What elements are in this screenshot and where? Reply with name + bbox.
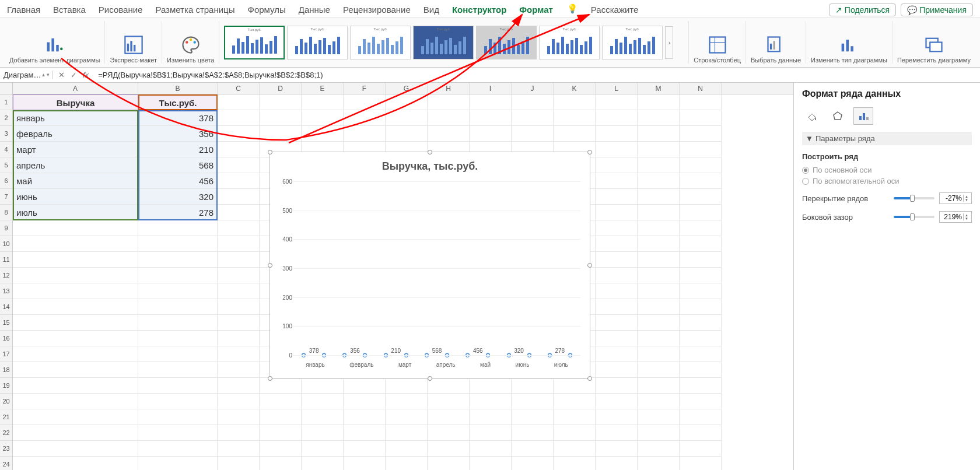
cell-I19[interactable] <box>470 378 512 394</box>
cell-H23[interactable] <box>428 441 470 457</box>
cell-M14[interactable] <box>638 299 680 315</box>
name-box[interactable]: Диаграм…▲▼ <box>0 71 52 79</box>
row-header-13[interactable]: 13 <box>0 283 13 299</box>
cell-N23[interactable] <box>680 441 722 457</box>
cell-A21[interactable] <box>13 409 138 425</box>
cell-B7[interactable]: 320 <box>138 189 218 205</box>
cell-D21[interactable] <box>260 409 302 425</box>
cell-L15[interactable] <box>596 315 638 331</box>
quick-layout-button[interactable]: Экспресс-макет <box>105 21 162 64</box>
series-params-panel-header[interactable]: ▼Параметры ряда <box>802 132 972 145</box>
cell-N7[interactable] <box>680 189 722 205</box>
cell-A14[interactable] <box>13 299 138 315</box>
cell-A22[interactable] <box>13 425 138 441</box>
chart-title[interactable]: Выручка, тыс.руб. <box>270 160 590 173</box>
cell-I23[interactable] <box>470 441 512 457</box>
cell-N3[interactable] <box>680 126 722 142</box>
cell-A13[interactable] <box>13 283 138 299</box>
cell-C14[interactable] <box>218 299 260 315</box>
cell-N12[interactable] <box>680 268 722 283</box>
menu-item-вставка[interactable]: Вставка <box>53 3 86 18</box>
cell-B2[interactable]: 378 <box>138 110 218 126</box>
chart-style-6[interactable]: Тыс.руб. <box>539 26 600 59</box>
column-header-K[interactable]: K <box>554 83 596 94</box>
cell-M2[interactable] <box>638 110 680 126</box>
cell-J3[interactable] <box>512 126 554 142</box>
row-header-16[interactable]: 16 <box>0 331 13 346</box>
cell-M17[interactable] <box>638 346 680 362</box>
row-header-15[interactable]: 15 <box>0 315 13 331</box>
column-header-C[interactable]: C <box>218 83 260 94</box>
cell-E2[interactable] <box>302 110 344 126</box>
column-header-F[interactable]: F <box>344 83 386 94</box>
cell-C20[interactable] <box>218 394 260 409</box>
cell-B11[interactable] <box>138 252 218 268</box>
cell-A8[interactable]: июль <box>13 205 138 220</box>
share-button[interactable]: ↗Поделиться <box>829 3 896 16</box>
row-header-12[interactable]: 12 <box>0 268 13 283</box>
column-header-I[interactable]: I <box>470 83 512 94</box>
add-chart-element-button[interactable]: Добавить элемент диаграммы <box>5 21 105 64</box>
cell-M16[interactable] <box>638 331 680 346</box>
cell-C24[interactable] <box>218 457 260 470</box>
cell-M22[interactable] <box>638 425 680 441</box>
cell-N9[interactable] <box>680 220 722 236</box>
cell-A5[interactable]: апрель <box>13 157 138 173</box>
cell-A18[interactable] <box>13 362 138 378</box>
column-header-J[interactable]: J <box>512 83 554 94</box>
cell-K20[interactable] <box>554 394 596 409</box>
cell-L24[interactable] <box>596 457 638 470</box>
cell-I2[interactable] <box>470 110 512 126</box>
cell-N2[interactable] <box>680 110 722 126</box>
cell-M19[interactable] <box>638 378 680 394</box>
cell-L13[interactable] <box>596 283 638 299</box>
menu-item-главная[interactable]: Главная <box>7 3 40 18</box>
cell-N21[interactable] <box>680 409 722 425</box>
cell-A19[interactable] <box>13 378 138 394</box>
cell-A23[interactable] <box>13 441 138 457</box>
cell-H21[interactable] <box>428 409 470 425</box>
cell-C12[interactable] <box>218 268 260 283</box>
menu-item-вид[interactable]: Вид <box>424 3 439 18</box>
fx-icon[interactable]: fx <box>83 71 89 79</box>
cell-I24[interactable] <box>470 457 512 470</box>
cell-A6[interactable]: май <box>13 173 138 189</box>
cell-M4[interactable] <box>638 142 680 157</box>
series-overlap-slider[interactable] <box>894 197 935 199</box>
menu-item-разметка страницы[interactable]: Разметка страницы <box>155 3 235 18</box>
cell-B17[interactable] <box>138 346 218 362</box>
cell-C16[interactable] <box>218 331 260 346</box>
cell-C15[interactable] <box>218 315 260 331</box>
cell-E23[interactable] <box>302 441 344 457</box>
cell-J19[interactable] <box>512 378 554 394</box>
cell-C4[interactable] <box>218 142 260 157</box>
cell-I20[interactable] <box>470 394 512 409</box>
cell-E22[interactable] <box>302 425 344 441</box>
cell-M8[interactable] <box>638 205 680 220</box>
cell-J20[interactable] <box>512 394 554 409</box>
cell-J22[interactable] <box>512 425 554 441</box>
cell-A12[interactable] <box>13 268 138 283</box>
cell-A11[interactable] <box>13 252 138 268</box>
cell-C1[interactable] <box>218 94 260 110</box>
cell-L21[interactable] <box>596 409 638 425</box>
cell-E3[interactable] <box>302 126 344 142</box>
cell-C19[interactable] <box>218 378 260 394</box>
cell-L7[interactable] <box>596 189 638 205</box>
cell-B10[interactable] <box>138 236 218 252</box>
cell-L16[interactable] <box>596 331 638 346</box>
cell-C2[interactable] <box>218 110 260 126</box>
cell-H24[interactable] <box>428 457 470 470</box>
cell-E1[interactable] <box>302 94 344 110</box>
row-header-17[interactable]: 17 <box>0 346 13 362</box>
cell-A15[interactable] <box>13 315 138 331</box>
cell-L17[interactable] <box>596 346 638 362</box>
chart-style-4[interactable]: Тыс.руб. <box>413 26 474 59</box>
cell-G20[interactable] <box>386 394 428 409</box>
comments-button[interactable]: 💬Примечания <box>901 3 973 16</box>
row-header-9[interactable]: 9 <box>0 220 13 236</box>
cell-B19[interactable] <box>138 378 218 394</box>
cell-F19[interactable] <box>344 378 386 394</box>
cell-M6[interactable] <box>638 173 680 189</box>
cell-H2[interactable] <box>428 110 470 126</box>
